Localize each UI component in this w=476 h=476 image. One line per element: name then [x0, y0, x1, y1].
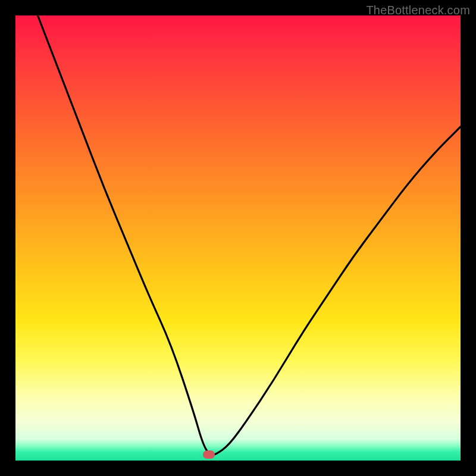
plot-area: [15, 15, 461, 461]
green-band: [15, 439, 461, 461]
chart-frame: TheBottleneck.com: [0, 0, 476, 476]
heat-gradient: [15, 15, 461, 439]
optimal-point-marker: [203, 450, 215, 459]
